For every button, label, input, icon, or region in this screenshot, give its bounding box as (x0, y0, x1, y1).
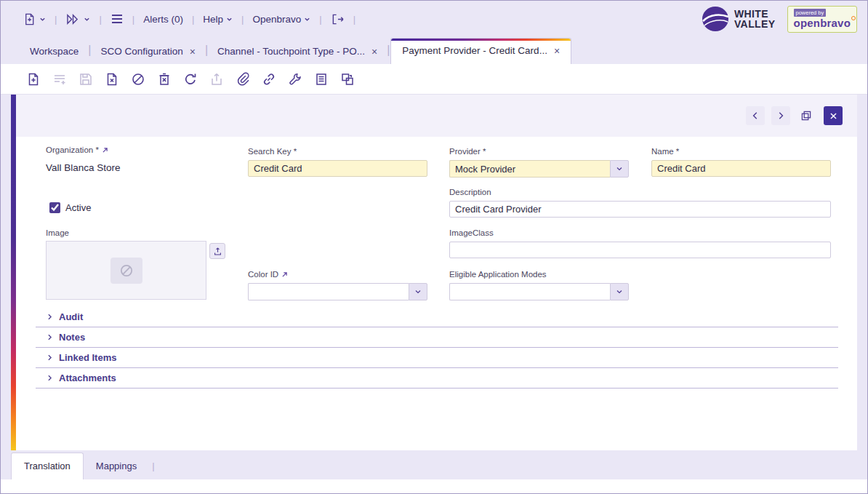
tab-separator: | (149, 461, 157, 479)
color-id-label-row: Color ID (248, 270, 288, 279)
active-checkbox-row[interactable]: Active (49, 202, 91, 213)
image-upload-button[interactable] (209, 243, 225, 259)
run-processes-button[interactable] (65, 13, 90, 25)
chevron-down-icon (39, 16, 46, 23)
maximize-button[interactable] (797, 106, 816, 125)
name-input[interactable] (651, 160, 831, 177)
search-key-label-row: Search Key * (248, 147, 297, 156)
refresh-icon[interactable] (182, 71, 198, 87)
header-separator: | (351, 14, 358, 25)
organization-label-row: Organization * (46, 146, 108, 154)
undo-icon[interactable] (104, 71, 120, 87)
delete-icon[interactable] (156, 71, 172, 87)
imageclass-label-row: ImageClass (449, 228, 494, 237)
description-input[interactable] (449, 201, 831, 218)
header-separator: | (130, 14, 137, 25)
tab-sco-configuration[interactable]: SCO Configuration × (92, 39, 204, 64)
header-separator: | (190, 14, 196, 25)
section-attachments[interactable]: Attachments (36, 368, 838, 389)
tab-mappings[interactable]: Mappings (84, 453, 149, 479)
provider-label-row: Provider * (449, 147, 486, 156)
report-icon[interactable] (313, 71, 329, 87)
attachment-icon[interactable] (235, 71, 251, 87)
logo-line2: VALLEY (734, 19, 776, 29)
tab-translation[interactable]: Translation (11, 453, 84, 479)
new-document-button[interactable] (23, 12, 46, 26)
image-placeholder-icon (110, 258, 142, 284)
color-id-label: Color ID (248, 270, 278, 279)
section-notes[interactable]: Notes (36, 327, 838, 348)
new-window-icon[interactable] (339, 71, 355, 87)
tab-channel-touchpoint-type[interactable]: Channel - Touchpoint Type - PO... × (209, 39, 386, 64)
close-form-button[interactable] (824, 106, 843, 125)
tab-close-icon[interactable]: × (190, 47, 196, 57)
search-key-label: Search Key * (248, 147, 297, 156)
new-document-icon (23, 12, 36, 26)
name-label: Name * (651, 147, 679, 156)
help-menu[interactable]: Help (203, 14, 233, 25)
main-area: Organization * Vall Blanca Store Search … (1, 95, 867, 450)
chevron-down-icon[interactable] (610, 283, 629, 300)
color-id-select[interactable] (248, 283, 427, 300)
link-arrow-icon[interactable] (281, 271, 288, 278)
organization-label: Organization * (46, 146, 99, 154)
cancel-icon[interactable] (130, 71, 146, 87)
window-tab-bar: Workspace | SCO Configuration × | Channe… (1, 37, 867, 64)
description-label-row: Description (449, 188, 491, 196)
color-id-selected-value (248, 283, 409, 300)
active-checkbox[interactable] (49, 202, 60, 213)
alerts-link[interactable]: Alerts (0) (143, 14, 183, 25)
logout-button[interactable] (331, 13, 345, 25)
active-label: Active (65, 202, 91, 213)
chevron-right-icon (46, 354, 54, 362)
previous-record-button[interactable] (746, 106, 765, 125)
child-tab-bar: Translation Mappings | (1, 450, 867, 479)
chevron-down-icon[interactable] (610, 160, 629, 178)
chevron-right-icon (46, 313, 54, 321)
chevron-down-icon (226, 16, 233, 23)
search-key-input[interactable] (248, 160, 427, 177)
tab-close-icon[interactable]: × (554, 46, 560, 56)
link-icon[interactable] (261, 71, 277, 87)
openbravo-brand-label: openbravo (794, 17, 851, 29)
imageclass-label: ImageClass (449, 228, 494, 237)
record-navigation (746, 106, 843, 125)
logout-icon (331, 13, 345, 25)
user-menu[interactable]: Openbravo (252, 14, 310, 25)
eligible-modes-selected-value (449, 283, 610, 300)
menu-button[interactable] (110, 13, 124, 25)
new-row-icon (52, 71, 68, 87)
chevron-down-icon[interactable] (409, 283, 427, 300)
openbravo-dot (851, 16, 856, 20)
left-gutter (1, 95, 11, 450)
tab-close-icon[interactable]: × (371, 47, 377, 57)
new-record-icon[interactable] (25, 71, 41, 87)
form-sections: Audit Notes Linked Items (36, 307, 838, 389)
record-toolbar (1, 64, 867, 95)
provider-selected-value: Mock Provider (449, 160, 610, 178)
tab-workspace[interactable]: Workspace (21, 39, 87, 64)
organization-value: Vall Blanca Store (46, 162, 121, 173)
export-icon (209, 71, 225, 87)
imageclass-input[interactable] (449, 242, 831, 258)
eligible-modes-select[interactable] (449, 283, 629, 300)
wrench-icon[interactable] (287, 71, 303, 87)
section-audit[interactable]: Audit (36, 307, 838, 327)
image-field[interactable] (46, 241, 206, 300)
link-arrow-icon[interactable] (102, 147, 108, 154)
header-separator: | (239, 14, 246, 25)
white-valley-logo: WHITE VALLEY (702, 6, 776, 32)
description-label: Description (449, 188, 491, 196)
tab-payment-provider[interactable]: Payment Provider - Credit Card... × (390, 38, 571, 64)
provider-select[interactable]: Mock Provider (449, 160, 629, 178)
provider-label: Provider * (449, 147, 486, 156)
header-branding: WHITE VALLEY powered by openbravo (702, 6, 857, 33)
brand-gradient-strip (11, 95, 16, 450)
name-label-row: Name * (651, 147, 679, 156)
next-record-button[interactable] (771, 106, 790, 125)
section-linked-items[interactable]: Linked Items (36, 348, 838, 368)
chevron-down-icon (84, 16, 90, 23)
top-header: | | | Alerts (0) | Help (1, 1, 867, 37)
white-valley-logo-mark (702, 6, 729, 32)
chevron-right-icon (46, 333, 54, 341)
